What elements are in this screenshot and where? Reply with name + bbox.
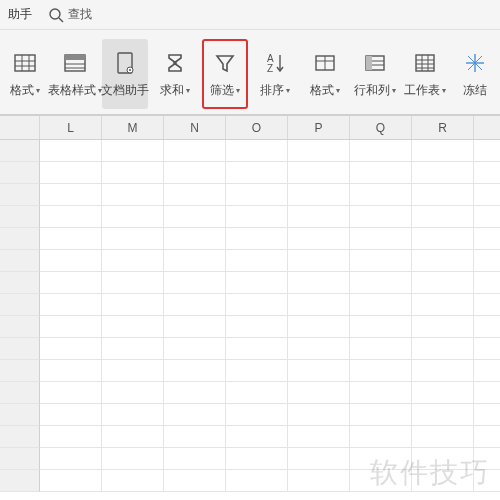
cell[interactable] bbox=[40, 316, 102, 338]
cell[interactable] bbox=[164, 448, 226, 470]
assistant-label[interactable]: 助手 bbox=[8, 6, 32, 23]
cell[interactable] bbox=[288, 228, 350, 250]
row-header[interactable] bbox=[0, 294, 40, 316]
cell[interactable] bbox=[40, 184, 102, 206]
cell[interactable] bbox=[474, 426, 500, 448]
cell[interactable] bbox=[474, 382, 500, 404]
cell[interactable] bbox=[164, 184, 226, 206]
column-header[interactable]: N bbox=[164, 116, 226, 139]
cell[interactable] bbox=[474, 206, 500, 228]
cell[interactable] bbox=[102, 140, 164, 162]
cell[interactable] bbox=[288, 162, 350, 184]
cell[interactable] bbox=[40, 206, 102, 228]
cell[interactable] bbox=[412, 360, 474, 382]
cell[interactable] bbox=[288, 470, 350, 492]
cell[interactable] bbox=[350, 338, 412, 360]
ribbon-sum-button[interactable]: 求和▾ bbox=[152, 39, 198, 109]
cell[interactable] bbox=[164, 338, 226, 360]
cell[interactable] bbox=[226, 426, 288, 448]
row-header[interactable] bbox=[0, 272, 40, 294]
cell[interactable] bbox=[164, 404, 226, 426]
cell[interactable] bbox=[102, 206, 164, 228]
cell[interactable] bbox=[350, 228, 412, 250]
cell[interactable] bbox=[350, 184, 412, 206]
cell[interactable] bbox=[102, 470, 164, 492]
cell[interactable] bbox=[164, 162, 226, 184]
cell[interactable] bbox=[474, 184, 500, 206]
ribbon-doc-assistant-button[interactable]: 文档助手 bbox=[102, 39, 148, 109]
cell[interactable] bbox=[412, 338, 474, 360]
column-header[interactable]: P bbox=[288, 116, 350, 139]
cell[interactable] bbox=[164, 470, 226, 492]
column-header[interactable]: R bbox=[412, 116, 474, 139]
row-header[interactable] bbox=[0, 338, 40, 360]
cell[interactable] bbox=[474, 294, 500, 316]
row-header[interactable] bbox=[0, 140, 40, 162]
cell[interactable] bbox=[474, 228, 500, 250]
cell[interactable] bbox=[40, 426, 102, 448]
cell[interactable] bbox=[102, 272, 164, 294]
row-header[interactable] bbox=[0, 316, 40, 338]
cell[interactable] bbox=[164, 250, 226, 272]
cell[interactable] bbox=[40, 294, 102, 316]
cell[interactable] bbox=[288, 426, 350, 448]
cell[interactable] bbox=[474, 404, 500, 426]
row-header[interactable] bbox=[0, 404, 40, 426]
cell[interactable] bbox=[164, 426, 226, 448]
cell[interactable] bbox=[102, 316, 164, 338]
cell[interactable] bbox=[164, 228, 226, 250]
row-header[interactable] bbox=[0, 228, 40, 250]
cell[interactable] bbox=[288, 338, 350, 360]
cell[interactable] bbox=[350, 206, 412, 228]
ribbon-worksheet-button[interactable]: 工作表▾ bbox=[402, 39, 448, 109]
cell[interactable] bbox=[412, 140, 474, 162]
cell[interactable] bbox=[350, 294, 412, 316]
cell[interactable] bbox=[474, 272, 500, 294]
row-header[interactable] bbox=[0, 448, 40, 470]
cell[interactable] bbox=[226, 206, 288, 228]
cell[interactable] bbox=[288, 272, 350, 294]
cell[interactable] bbox=[288, 184, 350, 206]
ribbon-table-style-button[interactable]: 表格样式▾ bbox=[52, 39, 98, 109]
cell[interactable] bbox=[226, 404, 288, 426]
row-header[interactable] bbox=[0, 184, 40, 206]
cell[interactable] bbox=[288, 404, 350, 426]
column-header[interactable]: L bbox=[40, 116, 102, 139]
cell[interactable] bbox=[350, 382, 412, 404]
cell[interactable] bbox=[40, 382, 102, 404]
cell[interactable] bbox=[102, 250, 164, 272]
cell[interactable] bbox=[350, 162, 412, 184]
cell[interactable] bbox=[412, 162, 474, 184]
cell[interactable] bbox=[226, 470, 288, 492]
cell[interactable] bbox=[288, 360, 350, 382]
cell[interactable] bbox=[226, 162, 288, 184]
cell[interactable] bbox=[164, 272, 226, 294]
cell[interactable] bbox=[412, 184, 474, 206]
cell[interactable] bbox=[40, 470, 102, 492]
row-header[interactable] bbox=[0, 360, 40, 382]
cell[interactable] bbox=[350, 404, 412, 426]
cell[interactable] bbox=[40, 448, 102, 470]
cell[interactable] bbox=[288, 294, 350, 316]
cell[interactable] bbox=[288, 316, 350, 338]
cell[interactable] bbox=[226, 140, 288, 162]
cell[interactable] bbox=[412, 382, 474, 404]
cell[interactable] bbox=[40, 404, 102, 426]
cell[interactable] bbox=[412, 250, 474, 272]
cell[interactable] bbox=[40, 272, 102, 294]
cell[interactable] bbox=[40, 228, 102, 250]
cell[interactable] bbox=[350, 272, 412, 294]
cell[interactable] bbox=[412, 316, 474, 338]
column-header[interactable]: M bbox=[102, 116, 164, 139]
cell[interactable] bbox=[474, 162, 500, 184]
cell[interactable] bbox=[226, 448, 288, 470]
cell[interactable] bbox=[40, 140, 102, 162]
cell[interactable] bbox=[102, 294, 164, 316]
corner-header[interactable] bbox=[0, 116, 40, 139]
ribbon-filter-button[interactable]: 筛选▾ bbox=[202, 39, 248, 109]
ribbon-format-button[interactable]: 格式▾ bbox=[302, 39, 348, 109]
cell[interactable] bbox=[102, 360, 164, 382]
cell[interactable] bbox=[102, 184, 164, 206]
cell[interactable] bbox=[226, 272, 288, 294]
cell[interactable] bbox=[102, 228, 164, 250]
